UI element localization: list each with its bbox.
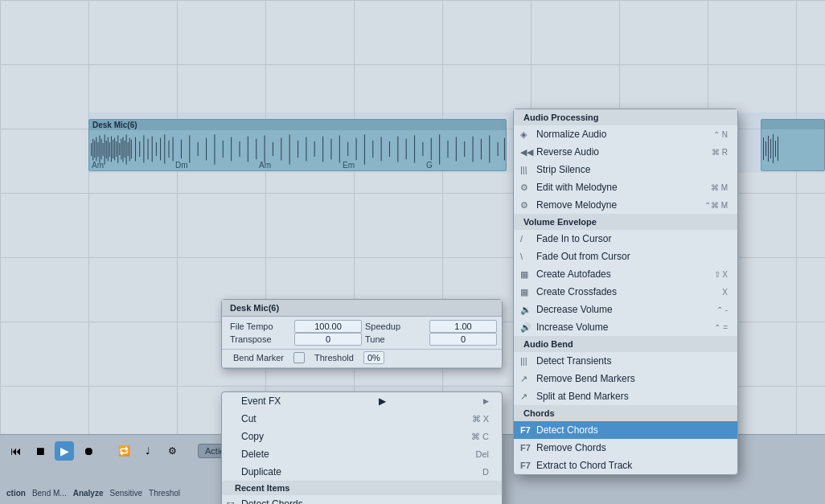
fade-out-icon: \ [520, 252, 523, 261]
svg-rect-41 [231, 137, 232, 162]
svg-rect-65 [431, 138, 432, 161]
menu-item-cut[interactable]: Cut ⌘ X [222, 410, 502, 428]
split-bend-markers-icon: ↗ [520, 391, 527, 402]
svg-rect-53 [330, 139, 331, 160]
decrease-volume-label: Decrease Volume [536, 304, 613, 315]
bend-marker-bottom: Bend M... [32, 489, 67, 498]
menu-item-event-fx[interactable]: Event FX ▶ [222, 392, 502, 410]
menu-item-detect-transients[interactable]: ||| Detect Transients [514, 352, 737, 370]
svg-rect-56 [356, 138, 357, 161]
svg-rect-58 [372, 141, 373, 158]
menu-item-extract-chord-track[interactable]: F7 Extract to Chord Track [514, 457, 737, 474]
detect-transients-icon: ||| [520, 356, 527, 366]
menu-item-split-bend-markers[interactable]: ↗ Split at Bend Markers [514, 387, 737, 405]
sensitive-label: Sensitive [110, 489, 143, 498]
stop-btn[interactable]: ⏹ [31, 441, 50, 461]
copy-shortcut: ⌘ C [471, 432, 489, 442]
menu-item-detect-chords[interactable]: F7 Detect Chords [514, 421, 737, 439]
menu-item-reverse[interactable]: ◀◀ Reverse Audio ⌘ R [514, 143, 737, 161]
remove-bend-markers-label: Remove Bend Markers [536, 373, 635, 384]
analyze-label: Analyze [73, 489, 104, 498]
decrease-volume-icon: 🔉 [520, 305, 532, 315]
svg-rect-14 [114, 138, 115, 161]
svg-rect-45 [265, 135, 265, 162]
speedup-value[interactable]: 1.00 [429, 320, 497, 333]
menu-item-remove-bend-markers[interactable]: ↗ Remove Bend Markers [514, 370, 737, 387]
menu-item-fade-out[interactable]: \ Fade Out from Cursor [514, 248, 737, 265]
fade-in-label: Fade In to Cursor [536, 233, 611, 244]
svg-rect-38 [206, 138, 207, 161]
create-crossfades-label: Create Crossfades [536, 286, 617, 297]
menu-item-decrease-volume[interactable]: 🔉 Decrease Volume ⌃ - [514, 301, 737, 318]
svg-rect-4 [97, 142, 98, 157]
section-audio-bend: Audio Bend [514, 336, 737, 352]
record-btn[interactable]: ⏺ [79, 441, 98, 461]
clip-info-panel: Desk Mic(6) File Tempo 100.00 Speedup 1.… [221, 299, 503, 369]
remove-chords-label: Remove Chords [536, 442, 606, 453]
edit-melodyne-shortcut: ⌘ M [711, 183, 728, 192]
svg-rect-16 [117, 135, 118, 162]
menu-item-fade-in[interactable]: / Fade In to Cursor [514, 230, 737, 248]
detect-chords-label: Detect Chords [536, 424, 598, 436]
svg-rect-29 [152, 136, 153, 162]
svg-rect-0 [91, 143, 92, 156]
remove-melodyne-shortcut: ⌃⌘ M [704, 201, 728, 210]
svg-rect-11 [109, 142, 110, 157]
create-autofades-label: Create Autofades [536, 268, 611, 280]
file-tempo-value[interactable]: 100.00 [294, 320, 362, 333]
svg-rect-68 [456, 137, 457, 162]
loop-btn[interactable]: 🔁 [114, 441, 133, 461]
audio-clip-right[interactable] [761, 119, 825, 171]
menu-item-remove-melodyne[interactable]: ⚙ Remove Melodyne ⌃⌘ M [514, 196, 737, 214]
svg-rect-15 [116, 141, 117, 157]
svg-rect-61 [397, 136, 398, 162]
svg-rect-18 [121, 139, 121, 160]
tune-value[interactable]: 0 [429, 333, 497, 346]
remove-melodyne-icon: ⚙ [520, 200, 528, 211]
menu-item-create-crossfades[interactable]: ▦ Create Crossfades X [514, 283, 737, 301]
svg-rect-12 [111, 136, 112, 162]
transpose-value[interactable]: 0 [294, 333, 362, 346]
menu-item-edit-melodyne[interactable]: ⚙ Edit with Melodyne ⌘ M [514, 178, 737, 196]
rewind-btn[interactable]: ⏮ [6, 441, 26, 461]
svg-rect-25 [135, 137, 136, 162]
create-autofades-icon: ▦ [520, 269, 528, 280]
svg-rect-51 [314, 141, 315, 157]
speedup-label: Speedup [362, 320, 429, 333]
menu-item-remove-chords[interactable]: F7 Remove Chords [514, 439, 737, 457]
menu-item-normalize[interactable]: ◈ Normalize Audio ⌃ N [514, 125, 737, 143]
detect-chords-recent-icon: F7 [227, 501, 234, 505]
chord-label-3: Em [339, 161, 423, 174]
menu-item-detect-chords-recent[interactable]: F7 Detect Chords [222, 495, 502, 504]
svg-rect-79 [773, 134, 774, 163]
svg-rect-55 [347, 142, 348, 156]
play-btn[interactable]: ▶ [55, 441, 74, 461]
strip-silence-icon: ||| [520, 165, 527, 174]
menu-item-copy[interactable]: Copy ⌘ C [222, 428, 502, 445]
extract-chord-track-icon: F7 [520, 461, 531, 470]
detect-chords-recent-label: Detect Chords [241, 498, 303, 504]
menu-item-strip-silence[interactable]: ||| Strip Silence [514, 161, 737, 178]
menu-item-delete[interactable]: Delete Del [222, 445, 502, 463]
strip-silence-label: Strip Silence [536, 164, 590, 175]
create-crossfades-icon: ▦ [520, 287, 528, 297]
metronome-btn[interactable]: ♩ [138, 441, 158, 461]
svg-rect-74 [504, 138, 505, 161]
settings-btn[interactable]: ⚙ [162, 441, 182, 461]
menu-item-create-autofades[interactable]: ▦ Create Autofades ⇧ X [514, 265, 737, 283]
menu-item-increase-volume[interactable]: 🔊 Increase Volume ⌃ = [514, 318, 737, 336]
menu-item-duplicate[interactable]: Duplicate D [222, 463, 502, 481]
svg-rect-60 [389, 141, 390, 157]
svg-rect-63 [414, 135, 415, 162]
bend-marker-checkbox[interactable] [293, 352, 305, 363]
bend-marker-label: Bend Marker [230, 351, 287, 364]
svg-rect-54 [339, 135, 340, 162]
clip-info-grid: File Tempo 100.00 Speedup 1.00 Transpose… [222, 317, 502, 350]
svg-rect-3 [96, 137, 96, 162]
svg-rect-27 [143, 135, 144, 162]
clip-name-label: Desk Mic(6) [89, 120, 506, 130]
svg-rect-69 [464, 141, 465, 157]
reverse-icon: ◀◀ [520, 147, 533, 158]
svg-rect-2 [94, 141, 95, 158]
threshold-value[interactable]: 0% [363, 351, 384, 364]
